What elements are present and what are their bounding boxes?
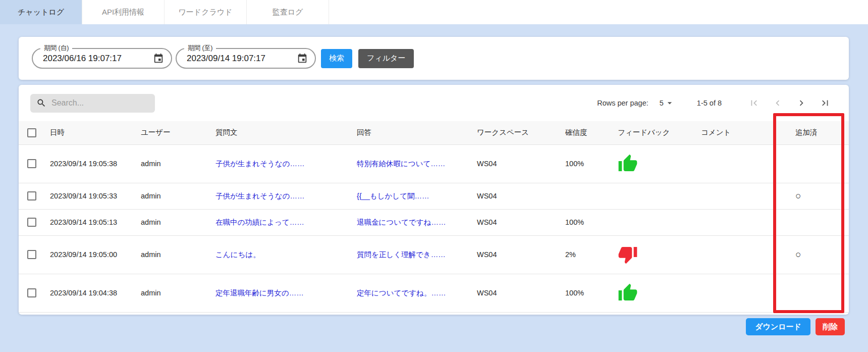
table-row: 2023/09/14 19:05:00 admin こんにちは。 質問を正しく理…	[19, 235, 849, 274]
cell-comment	[693, 209, 787, 235]
column-header-answer: 回答	[349, 121, 469, 144]
cell-feedback	[610, 144, 693, 183]
table-row: 2023/09/14 19:04:38 admin 定年退職年齢に男女の…… 定…	[19, 274, 849, 312]
cell-added: ○	[787, 183, 849, 209]
delete-button[interactable]: 削除	[816, 318, 845, 335]
date-to-label: 期間 (至)	[184, 44, 216, 52]
rows-per-page-label: Rows per page:	[597, 99, 648, 107]
question-link[interactable]: 子供が生まれそうなの……	[215, 192, 304, 200]
rows-per-page-value: 5	[660, 99, 664, 107]
cell-comment	[693, 274, 787, 312]
cell-confidence: 2%	[557, 235, 610, 274]
cell-question: こんにちは。	[207, 235, 349, 274]
row-checkbox[interactable]	[27, 288, 36, 297]
calendar-icon[interactable]	[297, 53, 308, 64]
chevron-left-icon	[772, 97, 783, 109]
cell-workspace: WS04	[469, 274, 557, 312]
cell-comment	[693, 183, 787, 209]
cell-user: admin	[133, 144, 207, 183]
cell-feedback	[610, 274, 693, 312]
tab-word-cloud[interactable]: ワードクラウド	[165, 0, 247, 24]
cell-user: admin	[133, 209, 207, 235]
cell-confidence	[557, 183, 610, 209]
cell-feedback	[610, 209, 693, 235]
table-search-box[interactable]	[30, 94, 155, 113]
question-link[interactable]: 子供が生まれそうなの……	[215, 160, 304, 168]
table-header-row: 日時 ユーザー 質問文 回答 ワークスペース 確信度 フィードバック コメント …	[19, 121, 849, 144]
cell-answer: 退職金についてですね……	[349, 209, 469, 235]
cell-added: ○	[787, 235, 849, 274]
table-row: 2023/09/14 19:05:13 admin 在職中の功績によって…… 退…	[19, 209, 849, 235]
cell-comment	[693, 235, 787, 274]
cell-comment	[693, 144, 787, 183]
answer-link[interactable]: 退職金についてですね……	[357, 218, 446, 226]
table-search-input[interactable]	[51, 98, 150, 108]
tab-api-usage[interactable]: API利用情報	[82, 0, 165, 24]
tab-audit-log[interactable]: 監査ログ	[247, 0, 329, 24]
cell-confidence: 100%	[557, 274, 610, 312]
chevron-right-icon	[796, 97, 807, 109]
calendar-icon[interactable]	[153, 53, 164, 64]
previous-page-button[interactable]	[772, 97, 783, 109]
tab-chat-log[interactable]: チャットログ	[0, 0, 82, 24]
table-row: 2023/09/14 19:05:33 admin 子供が生まれそうなの…… {…	[19, 183, 849, 209]
cell-user: admin	[133, 274, 207, 312]
chat-log-panel: Rows per page: 5 1-5 of 8	[19, 85, 849, 315]
first-page-icon	[748, 97, 760, 109]
question-link[interactable]: こんにちは。	[215, 250, 260, 259]
search-button[interactable]: 検索	[321, 49, 352, 68]
filter-panel: 期間 (自) 2023/06/16 19:07:17 期間 (至) 2023/0…	[19, 37, 849, 80]
row-checkbox[interactable]	[27, 250, 36, 259]
question-link[interactable]: 在職中の功績によって……	[215, 218, 304, 226]
tab-bar: チャットログ API利用情報 ワードクラウド 監査ログ	[0, 0, 868, 24]
chat-log-table: 日時 ユーザー 質問文 回答 ワークスペース 確信度 フィードバック コメント …	[19, 121, 849, 313]
select-all-checkbox[interactable]	[27, 128, 36, 137]
table-toolbar: Rows per page: 5 1-5 of 8	[19, 85, 849, 121]
thumbs-up-icon	[618, 154, 638, 174]
answer-link[interactable]: {{__もしかして聞……	[357, 192, 429, 200]
filter-button[interactable]: フィルター	[358, 49, 414, 68]
cell-datetime: 2023/09/14 19:05:00	[42, 235, 133, 274]
answer-link[interactable]: 質問を正しく理解でき……	[357, 250, 446, 259]
thumbs-up-icon	[618, 283, 638, 303]
cell-workspace: WS04	[469, 183, 557, 209]
next-page-button[interactable]	[796, 97, 807, 109]
cell-added	[787, 274, 849, 312]
question-link[interactable]: 定年退職年齢に男女の……	[215, 289, 304, 297]
date-from-field[interactable]: 期間 (自) 2023/06/16 19:07:17	[32, 48, 172, 69]
table-body: 2023/09/14 19:05:38 admin 子供が生まれそうなの…… 特…	[19, 144, 849, 312]
rows-per-page-select[interactable]: 5	[660, 98, 675, 108]
column-header-datetime: 日時	[42, 121, 133, 144]
cell-datetime: 2023/09/14 19:05:13	[42, 209, 133, 235]
table-row: 2023/09/14 19:05:38 admin 子供が生まれそうなの…… 特…	[19, 144, 849, 183]
cell-question: 子供が生まれそうなの……	[207, 183, 349, 209]
cell-question: 在職中の功績によって……	[207, 209, 349, 235]
download-button[interactable]: ダウンロード	[746, 318, 810, 335]
row-checkbox[interactable]	[27, 159, 36, 168]
cell-workspace: WS04	[469, 235, 557, 274]
cell-datetime: 2023/09/14 19:05:38	[42, 144, 133, 183]
answer-link[interactable]: 定年についてですね。……	[357, 289, 446, 297]
cell-question: 定年退職年齢に男女の……	[207, 274, 349, 312]
cell-datetime: 2023/09/14 19:05:33	[42, 183, 133, 209]
column-header-feedback: フィードバック	[610, 121, 693, 144]
search-icon	[36, 98, 46, 108]
answer-link[interactable]: 特別有給休暇について……	[357, 160, 445, 168]
thumbs-down-icon	[618, 244, 638, 265]
row-checkbox[interactable]	[27, 218, 36, 227]
cell-answer: 質問を正しく理解でき……	[349, 235, 469, 274]
cell-feedback	[610, 235, 693, 274]
cell-confidence: 100%	[557, 209, 610, 235]
last-page-button[interactable]	[820, 97, 831, 109]
date-from-value: 2023/06/16 19:07:17	[43, 54, 122, 64]
row-checkbox[interactable]	[27, 191, 36, 200]
date-to-value: 2023/09/14 19:07:17	[187, 54, 265, 64]
column-header-confidence: 確信度	[557, 121, 610, 144]
cell-confidence: 100%	[557, 144, 610, 183]
cell-workspace: WS04	[469, 209, 557, 235]
cell-datetime: 2023/09/14 19:04:38	[42, 274, 133, 312]
date-to-field[interactable]: 期間 (至) 2023/09/14 19:07:17	[176, 48, 316, 69]
column-header-comment: コメント	[693, 121, 787, 144]
column-header-question: 質問文	[207, 121, 349, 144]
first-page-button[interactable]	[748, 97, 760, 109]
